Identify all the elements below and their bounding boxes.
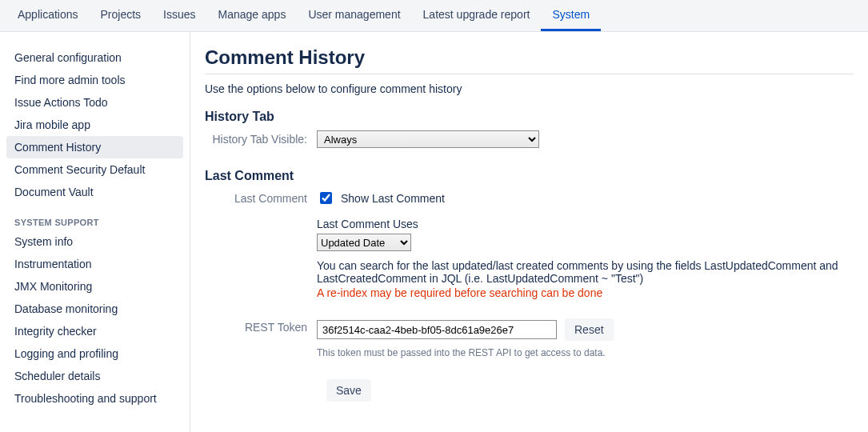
sidebar-item-general-configuration[interactable]: General configuration: [0, 46, 190, 69]
sidebar-item-scheduler-details[interactable]: Scheduler details: [0, 365, 190, 387]
sidebar-item-system-info[interactable]: System info: [0, 230, 190, 253]
page-subtitle: Use the options below to configure comme…: [205, 82, 854, 95]
sidebar-item-find-more-admin-tools[interactable]: Find more admin tools: [0, 69, 190, 91]
sidebar-item-integrity-checker[interactable]: Integrity checker: [0, 320, 190, 342]
sidebar-item-comment-security-default[interactable]: Comment Security Default: [0, 158, 190, 181]
sidebar-heading-system-support: SYSTEM SUPPORT: [0, 203, 190, 230]
sidebar: General configuration Find more admin to…: [0, 32, 190, 432]
sidebar-item-troubleshooting-and-support[interactable]: Troubleshooting and support: [0, 387, 190, 410]
sidebar-item-database-monitoring[interactable]: Database monitoring: [0, 298, 190, 320]
select-history-tab-visible[interactable]: Always: [317, 130, 539, 148]
sidebar-item-jira-mobile-app[interactable]: Jira mobile app: [0, 114, 190, 136]
tab-manage-apps[interactable]: Manage apps: [207, 0, 298, 31]
page-title: Comment History: [205, 46, 854, 74]
sidebar-item-logging-and-profiling[interactable]: Logging and profiling: [0, 342, 190, 365]
tab-issues[interactable]: Issues: [152, 0, 206, 31]
label-last-comment: Last Comment: [205, 190, 317, 205]
tab-projects[interactable]: Projects: [90, 0, 153, 31]
select-last-comment-uses[interactable]: Updated Date: [317, 234, 411, 251]
save-button[interactable]: Save: [326, 379, 371, 402]
sidebar-item-comment-history[interactable]: Comment History: [6, 136, 183, 158]
label-last-comment-uses: Last Comment Uses: [317, 218, 854, 230]
section-last-comment: Last Comment: [205, 169, 854, 183]
tab-applications[interactable]: Applications: [6, 0, 90, 31]
sidebar-item-jmx-monitoring[interactable]: JMX Monitoring: [0, 275, 190, 298]
tab-user-management[interactable]: User management: [297, 0, 411, 31]
checkbox-show-last-comment-label: Show Last Comment: [341, 192, 445, 205]
checkbox-show-last-comment[interactable]: [320, 192, 332, 204]
sidebar-item-instrumentation[interactable]: Instrumentation: [0, 253, 190, 275]
jql-note: You can search for the last updated/last…: [317, 259, 854, 285]
tab-system[interactable]: System: [541, 0, 601, 31]
top-nav: Applications Projects Issues Manage apps…: [0, 0, 868, 32]
sidebar-item-document-vault[interactable]: Document Vault: [0, 181, 190, 203]
main-content: Comment History Use the options below to…: [190, 32, 868, 432]
tab-latest-upgrade-report[interactable]: Latest upgrade report: [412, 0, 542, 31]
reindex-warning: A re-index may be required before search…: [317, 286, 854, 299]
sidebar-item-issue-actions-todo[interactable]: Issue Actions Todo: [0, 91, 190, 114]
reset-button[interactable]: Reset: [565, 318, 614, 341]
section-history-tab: History Tab: [205, 110, 854, 124]
input-rest-token[interactable]: [317, 320, 557, 339]
token-hint: This token must be passed into the REST …: [317, 347, 854, 358]
label-rest-token: REST Token: [205, 318, 317, 334]
label-history-tab-visible: History Tab Visible:: [205, 130, 317, 146]
